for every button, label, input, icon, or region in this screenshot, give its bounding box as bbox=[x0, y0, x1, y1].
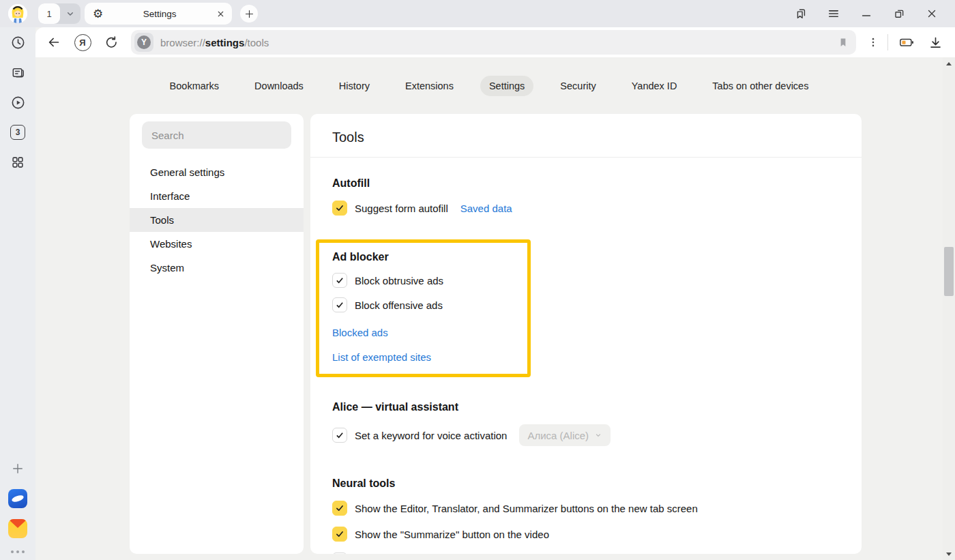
exempted-sites-link[interactable]: List of exempted sites bbox=[332, 351, 518, 363]
nav-tab-security[interactable]: Security bbox=[551, 76, 604, 96]
browser-menu-button[interactable] bbox=[817, 0, 850, 27]
tab-group-control: 1 bbox=[38, 3, 80, 24]
tab-close-button[interactable] bbox=[216, 10, 225, 18]
settings-nav-card: General settings Interface Tools Website… bbox=[130, 114, 304, 554]
checkbox-label: Show the "Summarize" button on the video bbox=[355, 529, 549, 540]
checkbox-block-obtrusive-ads[interactable] bbox=[332, 273, 347, 288]
new-tab-button[interactable] bbox=[240, 5, 258, 23]
restore-button[interactable] bbox=[883, 0, 915, 27]
nav-tab-other-devices[interactable]: Tabs on other devices bbox=[703, 76, 817, 96]
saved-data-link[interactable]: Saved data bbox=[460, 203, 512, 214]
chevron-down-icon bbox=[65, 8, 76, 19]
nav-tab-extensions[interactable]: Extensions bbox=[396, 76, 462, 96]
reload-button[interactable] bbox=[97, 30, 126, 55]
rail-bottom-group bbox=[0, 454, 35, 560]
bookmark-flag-icon[interactable] bbox=[837, 36, 849, 48]
ad-blocker-row: Block offensive ads bbox=[332, 297, 518, 312]
blocked-ads-link[interactable]: Blocked ads bbox=[332, 327, 518, 338]
sidebar-item-system[interactable]: System bbox=[130, 256, 304, 280]
sidebar-item-label: System bbox=[150, 262, 184, 274]
tab-title: Settings bbox=[103, 9, 216, 19]
page-scrollbar[interactable] bbox=[943, 57, 955, 560]
downloads-button[interactable] bbox=[921, 30, 950, 55]
feed-rail-button[interactable] bbox=[0, 57, 35, 87]
checkbox-block-offensive-ads[interactable] bbox=[332, 297, 347, 312]
check-icon bbox=[335, 503, 344, 513]
close-window-button[interactable] bbox=[915, 0, 948, 27]
protect-badge[interactable]: Y bbox=[134, 33, 153, 52]
tab-group-count[interactable]: 1 bbox=[38, 3, 60, 24]
sidebar-rail: 3 bbox=[0, 27, 35, 560]
media-rail-button[interactable] bbox=[0, 87, 35, 117]
browser-window: 1 ⚙ Settings bbox=[0, 0, 955, 560]
nav-tab-bookmarks[interactable]: Bookmarks bbox=[161, 76, 229, 96]
gear-icon: ⚙ bbox=[93, 8, 103, 20]
history-rail-button[interactable] bbox=[0, 27, 35, 57]
scroll-up-arrow[interactable] bbox=[943, 59, 955, 68]
dropdown-value: Алиса (Alice) bbox=[527, 430, 589, 441]
back-arrow-icon bbox=[46, 35, 61, 50]
browser-toolbar: Я Y browser://settings/tools bbox=[35, 27, 955, 57]
plus-icon bbox=[11, 462, 25, 475]
sidebar-item-label: Interface bbox=[150, 190, 190, 202]
side-panel-button[interactable] bbox=[784, 0, 817, 27]
scroll-down-arrow[interactable] bbox=[943, 549, 955, 559]
pages-icon bbox=[10, 65, 26, 80]
chevron-down-icon bbox=[594, 431, 602, 439]
apps-grid-icon bbox=[10, 155, 25, 170]
rail-more-button[interactable] bbox=[11, 544, 25, 559]
checkbox-label: Set a keyword for voice activation bbox=[355, 430, 507, 441]
yandex-ya-icon: Я bbox=[74, 34, 91, 51]
checkbox-show-edit-button[interactable] bbox=[332, 552, 347, 554]
toolbar-divider bbox=[887, 34, 888, 50]
battery-saver-button[interactable] bbox=[892, 30, 921, 55]
tabs-rail-button[interactable]: 3 bbox=[0, 117, 35, 147]
nav-tab-settings[interactable]: Settings bbox=[480, 76, 533, 96]
check-icon bbox=[335, 276, 344, 285]
check-icon bbox=[335, 203, 344, 213]
add-panel-button[interactable] bbox=[0, 454, 35, 484]
alice-avatar-icon bbox=[8, 4, 27, 23]
url-prefix: browser:// bbox=[160, 37, 205, 48]
back-button[interactable] bbox=[40, 30, 68, 55]
alice-heading: Alice — virtual assistant bbox=[332, 401, 840, 413]
checkbox-suggest-form-autofill[interactable] bbox=[332, 201, 347, 216]
ad-blocker-row: Block obtrusive ads bbox=[332, 273, 518, 288]
ad-blocker-highlight: Ad blocker Block obtrusive ads Block off… bbox=[316, 239, 531, 377]
autofill-row: Suggest form autofill Saved data bbox=[332, 201, 840, 216]
address-bar[interactable]: Y browser://settings/tools bbox=[131, 30, 856, 55]
sidebar-item-interface[interactable]: Interface bbox=[130, 184, 304, 208]
nav-tab-downloads[interactable]: Downloads bbox=[246, 76, 312, 96]
toolbar-more-button[interactable] bbox=[863, 30, 883, 55]
services-rail-button[interactable] bbox=[0, 147, 35, 177]
neural-tools-heading: Neural tools bbox=[332, 477, 840, 490]
sidebar-item-tools[interactable]: Tools bbox=[130, 208, 304, 232]
tab-group-expand[interactable] bbox=[60, 8, 80, 19]
nav-tab-yandex-id[interactable]: Yandex ID bbox=[623, 76, 686, 96]
plus-icon bbox=[244, 9, 254, 19]
alice-keyword-dropdown[interactable]: Алиса (Alice) bbox=[519, 424, 611, 446]
battery-icon bbox=[898, 35, 915, 50]
checkbox-label: Block offensive ads bbox=[355, 299, 443, 311]
search-input[interactable] bbox=[142, 121, 291, 149]
sidebar-item-websites[interactable]: Websites bbox=[130, 232, 304, 256]
yandex-home-button[interactable]: Я bbox=[68, 30, 97, 55]
checkbox-voice-activation-keyword[interactable] bbox=[332, 428, 347, 443]
checkbox-show-summarize-video[interactable] bbox=[332, 527, 347, 542]
sidebar-item-label: General settings bbox=[150, 166, 224, 178]
active-tab[interactable]: ⚙ Settings bbox=[85, 3, 232, 25]
url-highlight: settings bbox=[205, 37, 245, 48]
disk-app-button[interactable] bbox=[0, 484, 35, 514]
nav-tab-history[interactable]: History bbox=[330, 76, 379, 96]
minimize-button[interactable] bbox=[850, 0, 883, 27]
neural-row: Show the Editor, Translator, and Summari… bbox=[332, 501, 840, 516]
neural-row: Show the Edit button when text is select… bbox=[332, 552, 840, 554]
page-title: Tools bbox=[332, 114, 840, 145]
sidebar-item-label: Websites bbox=[150, 238, 192, 250]
profile-avatar[interactable] bbox=[8, 4, 27, 23]
yandex-browser-icon: Y bbox=[137, 35, 151, 49]
scrollbar-thumb[interactable] bbox=[944, 247, 954, 296]
sidebar-item-general-settings[interactable]: General settings bbox=[130, 160, 304, 184]
mail-app-button[interactable] bbox=[0, 514, 35, 544]
checkbox-show-neural-buttons[interactable] bbox=[332, 501, 347, 516]
